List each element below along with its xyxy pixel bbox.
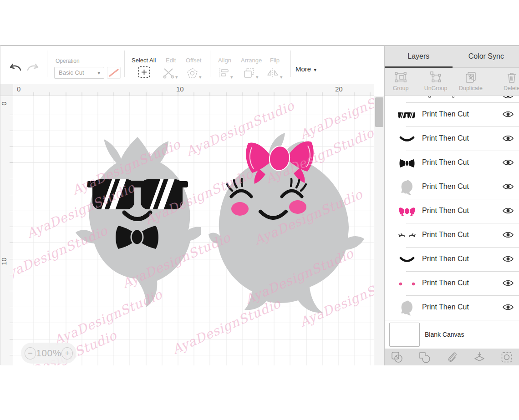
attach-paperclip-icon[interactable] — [446, 351, 458, 363]
layer-label: Print Then Cut — [422, 207, 469, 215]
layer-thumbnail-pink-bow — [397, 203, 417, 220]
chevron-down-icon: ▾ — [199, 74, 202, 80]
layer-row[interactable]: Print Then Cut — [385, 151, 519, 175]
edit-menu-button[interactable]: ▾ — [163, 67, 178, 81]
visibility-eye-icon[interactable] — [502, 207, 515, 216]
layer-row[interactable]: Print Then Cut — [385, 175, 519, 199]
visibility-eye-icon[interactable] — [502, 279, 515, 288]
divider — [290, 51, 291, 77]
layer-row[interactable]: Print Then Cut — [385, 127, 519, 151]
layer-label: Print Then Cut — [422, 279, 469, 287]
layer-thumbnail-sunglasses — [397, 106, 417, 124]
more-menu-button[interactable]: More ▼ — [295, 65, 317, 73]
group-label: Group — [385, 85, 417, 91]
layer-row-partial[interactable] — [385, 96, 519, 103]
redo-button[interactable] — [26, 62, 42, 75]
operation-dropdown-value: Basic Cut — [59, 69, 84, 76]
chevron-down-icon: ▾ — [175, 74, 178, 80]
layer-thumbnail-bowtie — [397, 155, 417, 172]
zoom-in-button[interactable]: + — [61, 347, 73, 359]
weld-icon[interactable] — [418, 351, 430, 363]
horizontal-ruler: 0 10 20 — [13, 84, 374, 96]
offset-label: Offset — [186, 57, 201, 64]
zoom-out-button[interactable]: − — [25, 347, 36, 359]
group-button[interactable]: Group — [385, 70, 417, 91]
boy-ghost-object[interactable] — [73, 133, 201, 309]
visibility-eye-icon[interactable] — [502, 231, 515, 240]
layer-thumbnail-eyelashes — [397, 227, 417, 244]
slice-icon[interactable] — [391, 351, 403, 363]
layer-row[interactable]: Print Then Cut — [385, 272, 519, 296]
arrange-menu-button[interactable]: ▾ — [243, 67, 259, 81]
chevron-down-icon: ▾ — [230, 74, 233, 80]
layer-label: Print Then Cut — [422, 255, 469, 263]
select-all-label: Select All — [132, 57, 156, 64]
redo-icon — [26, 62, 41, 75]
layer-row[interactable]: Print Then Cut — [385, 223, 519, 248]
ruler-ticks — [13, 92, 374, 96]
bowtie-shape — [116, 226, 158, 249]
blank-canvas-label: Blank Canvas — [425, 331, 464, 338]
visibility-eye-icon[interactable] — [502, 110, 515, 119]
flatten-icon[interactable] — [473, 351, 485, 363]
divider — [210, 51, 210, 77]
divider — [124, 51, 125, 77]
ruler-mark: 0 — [17, 85, 20, 93]
canvas-color-swatch[interactable] — [389, 323, 420, 347]
layer-label: Print Then Cut — [422, 303, 469, 311]
vertical-ruler: 0 10 — [0, 96, 13, 365]
visibility-eye-icon[interactable] — [502, 255, 515, 264]
ruler-mark: 10 — [0, 258, 8, 265]
align-lines-icon — [218, 67, 230, 79]
layer-thumbnail-ghost — [397, 299, 417, 317]
blank-canvas-row[interactable]: Blank Canvas — [385, 320, 519, 349]
contour-icon[interactable] — [501, 351, 513, 363]
operation-label: Operation — [56, 58, 80, 64]
chevron-down-icon: ▾ — [97, 67, 100, 78]
delete-button[interactable]: Delete — [496, 70, 519, 91]
visibility-eye-icon[interactable] — [502, 182, 515, 192]
visibility-eye-icon[interactable] — [502, 158, 515, 167]
align-label: Align — [218, 57, 231, 64]
ungroup-icon — [429, 71, 443, 84]
ungroup-button[interactable]: UnGroup — [420, 70, 452, 91]
visibility-eye-icon[interactable] — [502, 134, 515, 143]
layer-row[interactable]: Print Then Cut — [385, 199, 519, 223]
tab-layers[interactable]: Layers — [385, 46, 453, 67]
offset-menu-button[interactable]: ▾ — [186, 67, 202, 81]
chevron-down-icon: ▼ — [313, 67, 317, 72]
flip-menu-button[interactable]: ▾ — [266, 67, 283, 81]
layer-row[interactable]: Print Then Cut — [385, 296, 519, 320]
layer-tools-bar — [385, 349, 519, 365]
visibility-eye-icon[interactable] — [502, 96, 515, 101]
layer-row[interactable]: Print Then Cut — [385, 103, 519, 127]
girl-ghost-object[interactable] — [208, 132, 374, 314]
select-all-button[interactable] — [138, 66, 150, 80]
clipped-text — [452, 96, 454, 98]
layer-thumbnail-smile — [397, 251, 417, 268]
visibility-eye-icon[interactable] — [502, 303, 515, 312]
duplicate-button[interactable]: Duplicate — [455, 70, 487, 91]
group-icon — [394, 71, 407, 84]
layer-thumbnail-ghost — [397, 179, 417, 196]
duplicate-label: Duplicate — [455, 85, 487, 91]
layer-label: Print Then Cut — [422, 231, 469, 239]
layer-label: Print Then Cut — [422, 182, 469, 191]
operation-dropdown[interactable]: Basic Cut ▾ — [54, 67, 104, 79]
undo-button[interactable] — [7, 62, 23, 75]
layer-label: Print Then Cut — [422, 158, 469, 167]
ruler-corner — [0, 84, 13, 96]
edit-label: Edit — [166, 57, 176, 64]
layer-row[interactable]: Print Then Cut — [385, 248, 519, 272]
line-swatch-icon — [107, 67, 120, 78]
zoom-control: − 100% + — [21, 343, 76, 364]
layer-thumbnail-smile — [397, 131, 417, 148]
align-menu-button[interactable]: ▾ — [218, 67, 233, 81]
linetype-color-swatch[interactable] — [107, 67, 121, 79]
design-canvas[interactable]: AyaDesignStudio AyaDesignStudio AyaDesig… — [13, 96, 374, 365]
layer-label: Print Then Cut — [422, 134, 469, 142]
scrollbar-thumb[interactable] — [375, 97, 383, 127]
page: Operation Basic Cut ▾ Select All Edit — [0, 0, 519, 420]
ruler-mark: 10 — [176, 85, 184, 93]
tab-color-sync[interactable]: Color Sync — [453, 46, 519, 67]
